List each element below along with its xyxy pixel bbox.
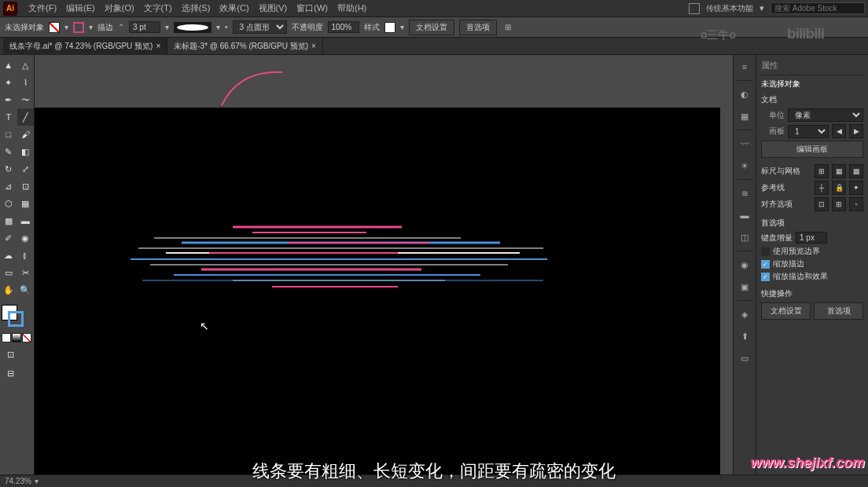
chevron-down-icon[interactable]: ▾ xyxy=(64,23,68,31)
chevron-down-icon[interactable]: ⌃ xyxy=(118,23,124,31)
canvas[interactable]: ↖ xyxy=(35,55,733,485)
hand-tool[interactable]: ✋ xyxy=(0,281,17,298)
menu-file[interactable]: 文件(F) xyxy=(24,2,61,14)
gradient-tool[interactable]: ▬ xyxy=(17,212,35,229)
key-increment-input[interactable] xyxy=(796,232,827,244)
color-panel-icon[interactable]: ◐ xyxy=(736,86,753,103)
shape-builder-tool[interactable]: ⬡ xyxy=(0,195,17,212)
transparency-grid-icon[interactable]: ▩ xyxy=(849,164,863,178)
align-icon[interactable]: ⊞ xyxy=(505,23,511,31)
smart-guides-icon[interactable]: ✦ xyxy=(849,181,863,195)
stroke-weight-input[interactable] xyxy=(129,21,160,33)
chevron-down-icon[interactable]: ▾ xyxy=(165,23,169,31)
gradient-mode-icon[interactable] xyxy=(12,333,21,342)
preferences-button[interactable]: 首选项 xyxy=(459,20,497,35)
line-tool[interactable]: ╱ xyxy=(17,108,35,126)
stroke-swatch[interactable] xyxy=(73,22,84,33)
menu-window[interactable]: 窗口(W) xyxy=(292,2,333,14)
workspace-switcher[interactable]: 传统基本功能 xyxy=(706,3,753,14)
edit-artboard-button[interactable]: 编辑画板 xyxy=(761,141,863,158)
eraser-tool[interactable]: ◧ xyxy=(17,143,35,160)
snap-point-icon[interactable]: ⊡ xyxy=(815,197,829,211)
arrange-docs-icon[interactable] xyxy=(689,3,700,14)
doc-setup-button[interactable]: 文档设置 xyxy=(409,20,454,35)
swatches-panel-icon[interactable]: ▦ xyxy=(736,108,753,125)
chevron-down-icon[interactable]: ▾ xyxy=(216,23,220,31)
artboard-tool[interactable]: ▭ xyxy=(0,264,17,281)
properties-panel-icon[interactable]: ≡ xyxy=(736,58,753,75)
guides-show-icon[interactable]: ┼ xyxy=(815,181,829,195)
fill-stroke-swatches[interactable] xyxy=(0,303,34,331)
grid-icon[interactable]: ▦ xyxy=(832,164,846,178)
artboard-select[interactable]: 1 xyxy=(788,125,829,138)
prev-artboard-icon[interactable]: ◀ xyxy=(832,124,846,138)
unit-select[interactable]: 像素 xyxy=(788,108,863,122)
blend-tool[interactable]: ◉ xyxy=(17,229,35,247)
free-transform-tool[interactable]: ⊡ xyxy=(17,178,35,195)
rectangle-tool[interactable]: □ xyxy=(0,126,17,143)
stroke-swatch[interactable] xyxy=(8,311,24,327)
rotate-tool[interactable]: ↻ xyxy=(0,160,17,178)
symbols-panel-icon[interactable]: ☀ xyxy=(736,157,753,174)
menu-type[interactable]: 文字(T) xyxy=(139,2,177,14)
color-mode-icon[interactable] xyxy=(2,333,11,342)
perspective-tool[interactable]: ▦ xyxy=(17,195,35,212)
guides-lock-icon[interactable]: 🔒 xyxy=(832,181,846,195)
brushes-panel-icon[interactable]: 〰 xyxy=(736,135,753,152)
asset-export-panel-icon[interactable]: ⬆ xyxy=(736,328,753,345)
screen-mode-icon[interactable]: ⊟ xyxy=(2,364,19,382)
gradient-panel-icon[interactable]: ▬ xyxy=(736,207,753,224)
transparency-panel-icon[interactable]: ◫ xyxy=(736,229,753,246)
menu-select[interactable]: 选择(S) xyxy=(177,2,215,14)
scale-tool[interactable]: ⤢ xyxy=(17,160,35,178)
opacity-input[interactable] xyxy=(328,21,359,33)
eyedropper-tool[interactable]: ✐ xyxy=(0,229,17,247)
doc-setup-button[interactable]: 文档设置 xyxy=(761,302,811,320)
ruler-icon[interactable]: ⊞ xyxy=(815,164,829,178)
mesh-tool[interactable]: ▩ xyxy=(0,212,17,229)
snap-grid-icon[interactable]: ⊞ xyxy=(832,197,846,211)
paintbrush-tool[interactable]: 🖌 xyxy=(17,126,35,143)
next-artboard-icon[interactable]: ▶ xyxy=(849,124,863,138)
pen-tool[interactable]: ✒ xyxy=(0,91,17,108)
selection-tool[interactable]: ▲ xyxy=(0,57,17,74)
close-icon[interactable]: × xyxy=(156,42,160,50)
shaper-tool[interactable]: ✎ xyxy=(0,143,17,160)
chevron-down-icon[interactable]: ▾ xyxy=(35,477,39,485)
snap-pixel-icon[interactable]: ▫ xyxy=(849,197,863,211)
graphic-styles-panel-icon[interactable]: ▣ xyxy=(736,278,753,295)
appearance-panel-icon[interactable]: ◉ xyxy=(736,256,753,273)
symbol-sprayer-tool[interactable]: ☁ xyxy=(0,247,17,264)
zoom-level[interactable]: 74.23% xyxy=(5,477,31,485)
direct-selection-tool[interactable]: △ xyxy=(17,57,35,74)
checkbox-scale-corners[interactable]: ✓ xyxy=(761,260,770,269)
brush-preview[interactable] xyxy=(174,22,211,33)
zoom-tool[interactable]: 🔍 xyxy=(17,281,35,298)
menu-object[interactable]: 对象(O) xyxy=(100,2,139,14)
slice-tool[interactable]: ✂ xyxy=(17,264,35,281)
lasso-tool[interactable]: ⌇ xyxy=(17,74,35,91)
stroke-panel-icon[interactable]: ≋ xyxy=(736,185,753,202)
curvature-tool[interactable]: 〜 xyxy=(17,91,35,108)
none-mode-icon[interactable] xyxy=(22,333,31,342)
menu-edit[interactable]: 编辑(E) xyxy=(61,2,100,14)
tab-doc-2[interactable]: 未标题-3* @ 66.67% (RGB/GPU 预览)× xyxy=(167,38,323,55)
fill-none-icon[interactable] xyxy=(49,22,60,33)
menu-effect[interactable]: 效果(C) xyxy=(215,2,253,14)
type-tool[interactable]: T xyxy=(0,108,17,126)
chevron-down-icon[interactable]: ▾ xyxy=(400,23,404,31)
search-input[interactable] xyxy=(771,2,865,14)
magic-wand-tool[interactable]: ✦ xyxy=(0,74,17,91)
tab-doc-1[interactable]: 线条字母.ai* @ 74.23% (RGB/GPU 预览)× xyxy=(3,38,167,55)
checkbox-preview-bounds[interactable] xyxy=(761,247,770,256)
menu-help[interactable]: 帮助(H) xyxy=(333,2,371,14)
close-icon[interactable]: × xyxy=(311,42,316,50)
preferences-button[interactable]: 首选项 xyxy=(814,302,863,320)
menu-view[interactable]: 视图(V) xyxy=(254,2,292,14)
graph-tool[interactable]: ⫿ xyxy=(17,247,35,264)
checkbox-scale-strokes[interactable]: ✓ xyxy=(761,273,770,281)
draw-mode-icon[interactable]: ⊡ xyxy=(2,346,19,363)
width-tool[interactable]: ⊿ xyxy=(0,178,17,195)
artboards-panel-icon[interactable]: ▭ xyxy=(736,350,753,367)
chevron-down-icon[interactable]: ▾ xyxy=(89,23,93,31)
